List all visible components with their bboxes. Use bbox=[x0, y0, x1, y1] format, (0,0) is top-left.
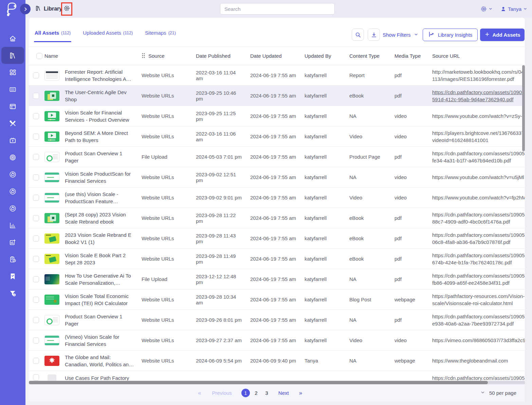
asset-name[interactable]: (use this) Vision Scale - ProductScan Fe… bbox=[65, 191, 135, 205]
first-page-button[interactable]: « bbox=[198, 390, 201, 397]
table-row[interactable]: Vision Scale Total Economic Impact (TEI)… bbox=[29, 289, 525, 310]
asset-source-url[interactable]: https://www.youtube.com/watch?v=zSy-Q bbox=[425, 112, 525, 120]
library-insights-button[interactable]: Library Insights bbox=[423, 29, 478, 41]
column-header-date-updated[interactable]: Date Updated bbox=[243, 53, 298, 59]
table-row[interactable]: Beyond SEM: A More Direct Path to Buyers… bbox=[29, 126, 525, 147]
row-checkbox[interactable] bbox=[33, 174, 39, 180]
row-checkbox[interactable] bbox=[33, 256, 39, 262]
table-row[interactable]: (Vimeo) Vision Scale for Financial Servi… bbox=[29, 330, 525, 351]
row-checkbox[interactable] bbox=[33, 317, 39, 323]
sidebar-item-target[interactable] bbox=[0, 149, 25, 166]
tab-all-assets[interactable]: All Assets (112) bbox=[34, 27, 71, 42]
row-checkbox[interactable] bbox=[33, 113, 39, 119]
sidebar-item-thumbs-up-circle[interactable] bbox=[0, 200, 25, 217]
asset-source-url[interactable]: https://www.youtube.com/watch?v=u5jMl bbox=[425, 174, 525, 181]
asset-source-url[interactable]: https://www.theglobeandmail.com bbox=[425, 357, 525, 364]
settings-menu[interactable] bbox=[480, 6, 493, 12]
asset-source-url[interactable]: https://cdn.pathfactory.com/assets/10905… bbox=[425, 211, 525, 225]
sidebar-item-thumbs-up-circle[interactable] bbox=[0, 183, 25, 200]
asset-source-url[interactable]: https://cdn.pathfactory.com/assets/10905… bbox=[425, 313, 525, 327]
table-row[interactable]: 2023 Vision Scale Rebrand E Book2 V1 (1)… bbox=[29, 228, 525, 249]
user-menu[interactable]: Tanya bbox=[500, 6, 527, 12]
sidebar-item-bar-chart[interactable] bbox=[0, 217, 25, 234]
sidebar-item-chart-add[interactable] bbox=[0, 234, 25, 251]
sidebar-item-library[interactable] bbox=[1, 47, 24, 64]
table-row[interactable]: Use Cases For Path Factory https://cdn.p… bbox=[29, 371, 525, 381]
asset-source-url[interactable]: https://cdn.pathfactory.com/assets/10905 bbox=[425, 371, 525, 381]
drag-handle-icon[interactable] bbox=[142, 53, 145, 59]
asset-source-url[interactable]: https://cdn.pathfactory.com/assets/10905… bbox=[425, 89, 525, 103]
column-header-source[interactable]: Source bbox=[135, 53, 189, 59]
page-button-2[interactable]: 2 bbox=[252, 389, 260, 397]
table-row[interactable]: Product Scan Overview 1 Pager Website UR… bbox=[29, 310, 525, 330]
table-row[interactable]: Forrester Report: Artificial Intelligenc… bbox=[29, 65, 525, 86]
table-row[interactable]: Vision Scale E Book Part 2 Sept 28 2023 … bbox=[29, 249, 525, 269]
row-checkbox[interactable] bbox=[33, 358, 39, 364]
asset-name[interactable]: (Vimeo) Vision Scale for Financial Servi… bbox=[65, 333, 135, 348]
sidebar-item-clipboard-clock[interactable] bbox=[0, 251, 25, 268]
asset-source-url[interactable]: https://cdn.pathfactory.com/assets/10905… bbox=[425, 252, 525, 266]
asset-name[interactable]: Product Scan Overview 1 Pager bbox=[65, 313, 135, 327]
row-checkbox[interactable] bbox=[33, 374, 39, 381]
sidebar-item-thumbs-up-circle[interactable] bbox=[0, 166, 25, 183]
table-row[interactable]: How To Use Generative Ai To Scale Person… bbox=[29, 269, 525, 289]
asset-source-url[interactable]: https://players.brightcove.net/136766337… bbox=[425, 129, 525, 144]
column-header-source-url[interactable]: Source URL bbox=[425, 53, 525, 59]
page-button-1[interactable]: 1 bbox=[241, 389, 250, 397]
show-filters-button[interactable]: Show Filters bbox=[383, 29, 418, 41]
row-checkbox[interactable] bbox=[33, 215, 39, 221]
page-button-3[interactable]: 3 bbox=[262, 389, 271, 397]
asset-name[interactable]: Use Cases For Path Factory bbox=[65, 371, 135, 381]
asset-name[interactable]: (Sept 28 copy) 2023 Vision Scale Rebrand… bbox=[65, 211, 135, 225]
table-search-button[interactable] bbox=[352, 29, 364, 41]
horizontal-scrollbar-thumb[interactable] bbox=[29, 381, 488, 384]
sidebar-item-tools[interactable] bbox=[0, 115, 25, 132]
tab-uploaded-assets[interactable]: Uploaded Assets (112) bbox=[82, 27, 133, 42]
row-checkbox[interactable] bbox=[33, 93, 39, 99]
add-assets-button[interactable]: Add Assets bbox=[480, 29, 525, 41]
per-page-select[interactable]: 50 per page bbox=[480, 384, 516, 402]
asset-name[interactable]: Vision Scale ProductScan for Financial S… bbox=[65, 170, 135, 184]
asset-source-url[interactable]: https://cdn.pathfactory.com/assets/10905… bbox=[425, 272, 525, 286]
sidebar-item-funnel-dollar[interactable]: $ bbox=[0, 285, 25, 302]
asset-source-url[interactable]: https://cdn.pathfactory.com/assets/10905… bbox=[425, 150, 525, 164]
table-row[interactable]: The Globe and Mail: Canadian, World, Pol… bbox=[29, 351, 525, 371]
sidebar-item-browser-window[interactable] bbox=[0, 98, 25, 115]
asset-source-url[interactable]: https://pathfactory-resources.com/Vision… bbox=[425, 293, 525, 307]
previous-page-button[interactable]: Previous bbox=[212, 390, 232, 396]
next-page-button[interactable]: Next bbox=[278, 390, 289, 396]
asset-name[interactable]: How To Use Generative Ai To Scale Person… bbox=[65, 272, 135, 286]
sidebar-item-bookmark-check[interactable] bbox=[0, 268, 25, 285]
row-checkbox[interactable] bbox=[33, 337, 39, 344]
row-checkbox[interactable] bbox=[33, 72, 39, 78]
asset-source-url[interactable]: https://www.youtube.com/watch?v=fp2hM bbox=[425, 194, 525, 201]
row-checkbox[interactable] bbox=[33, 276, 39, 282]
select-all-checkbox[interactable] bbox=[36, 53, 42, 59]
global-search-input[interactable] bbox=[220, 3, 335, 15]
sidebar-item-apps-grid[interactable] bbox=[0, 64, 25, 81]
row-checkbox[interactable] bbox=[33, 195, 39, 201]
asset-name[interactable]: Beyond SEM: A More Direct Path to Buyers bbox=[65, 129, 135, 144]
sidebar-item-tv-play[interactable] bbox=[0, 132, 25, 149]
asset-name[interactable]: The User-Centric Agile Dev Shop bbox=[65, 89, 135, 103]
library-settings-gear-icon[interactable] bbox=[63, 5, 70, 13]
asset-source-url[interactable]: https://cdn.pathfactory.com/assets/10905… bbox=[425, 231, 525, 246]
column-header-updated-by[interactable]: Updated By bbox=[298, 53, 343, 59]
row-checkbox[interactable] bbox=[33, 297, 39, 303]
column-header-content-type[interactable]: Content Type bbox=[343, 53, 388, 59]
tab-sitemaps[interactable]: Sitemaps (21) bbox=[144, 27, 177, 42]
table-row[interactable]: Vision Scale for Financial Services - Pr… bbox=[29, 106, 525, 126]
table-row[interactable]: (use this) Vision Scale - ProductScan Fe… bbox=[29, 188, 525, 208]
download-button[interactable] bbox=[368, 29, 380, 41]
table-row[interactable]: Product Scan Overview 1 Pager File Uploa… bbox=[29, 147, 525, 167]
asset-name[interactable]: The Globe and Mail: Canadian, World, Pol… bbox=[65, 354, 135, 368]
sidebar-item-home[interactable] bbox=[0, 30, 25, 47]
column-header-date-published[interactable]: Date Published bbox=[189, 53, 243, 59]
asset-name[interactable]: Forrester Report: Artificial Intelligenc… bbox=[65, 68, 135, 83]
asset-name[interactable]: Vision Scale Total Economic Impact (TEI)… bbox=[65, 293, 135, 307]
row-checkbox[interactable] bbox=[33, 134, 39, 140]
asset-name[interactable]: Vision Scale for Financial Services - Pr… bbox=[65, 109, 135, 123]
last-page-button[interactable]: » bbox=[299, 390, 302, 397]
asset-source-url[interactable]: https://vimeo.com/868605037/73d3ffa2c9 bbox=[425, 337, 525, 344]
table-row[interactable]: The User-Centric Agile Dev Shop Website … bbox=[29, 86, 525, 106]
